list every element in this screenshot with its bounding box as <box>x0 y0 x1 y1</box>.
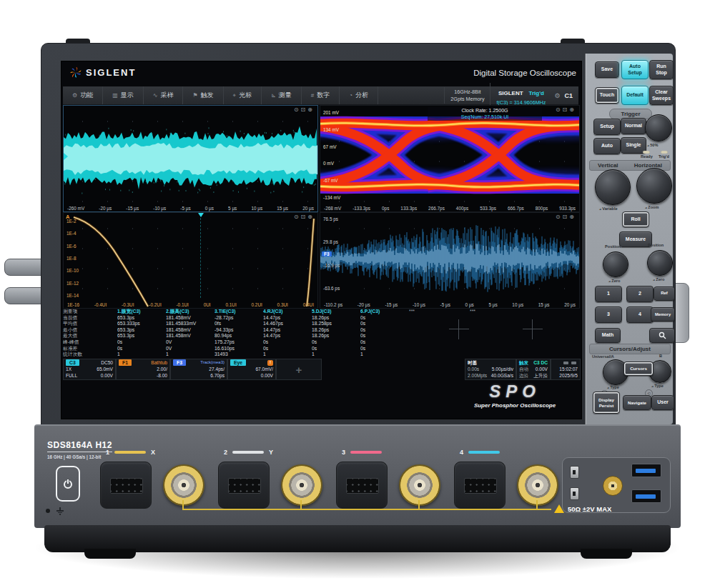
x-tick: 800ps <box>536 206 548 211</box>
channel-color-dash <box>232 451 264 454</box>
add-measurement-crosshair[interactable] <box>523 319 543 339</box>
table-column-header[interactable]: 4.RJ(C3) <box>263 309 312 315</box>
reference-marker-icon[interactable] <box>198 213 204 217</box>
x-tick: -0.2UI <box>149 302 161 307</box>
x-tick: 0.4UI <box>303 302 314 307</box>
timebase-box[interactable]: 时基 0.00s5.00µs/div 2.00Mpts40.0GSa/s <box>465 359 516 380</box>
table-column-header[interactable]: *** <box>409 309 470 315</box>
tb-points: 2.00Mpts <box>468 372 487 379</box>
plot-corner-icons[interactable]: ⊙⊡⊕ <box>294 214 315 220</box>
math-button[interactable]: Math <box>595 328 621 343</box>
table-cell: 1 <box>166 352 214 358</box>
plot-corner-icons[interactable]: ⊙⊡⊕ <box>556 214 576 220</box>
cursor-a-marker[interactable]: A <box>66 214 69 220</box>
y-tick: -67 mV <box>323 178 340 183</box>
trigger-normal-button[interactable]: Normal <box>621 118 646 134</box>
add-channel-box[interactable]: + <box>276 359 322 380</box>
channel-1-button[interactable]: 1 <box>595 286 622 302</box>
table-cell: 653.333ps <box>117 321 166 327</box>
table-column: 1.眼宽(C3)653.3ps653.333ps653.3ps653.3ps0s… <box>117 309 166 358</box>
menu-item-gear[interactable]: ⚙功能 <box>63 86 103 104</box>
menu-item-analysis[interactable]: ◔分析 <box>340 86 378 104</box>
table-column-header[interactable]: 2.眼高(C3) <box>166 309 214 315</box>
lan-status-icon <box>571 362 576 364</box>
y-tick: 0 mV <box>323 161 340 166</box>
channel-box-eye[interactable]: Eye! 67.0mV/ 0.00V <box>227 359 276 380</box>
cursors-button[interactable]: Cursors <box>623 362 654 376</box>
trigger-auto-button[interactable]: Auto <box>593 138 621 154</box>
roll-button[interactable]: Roll <box>622 211 649 227</box>
x-tick: -20 µs <box>358 302 370 307</box>
channel-3-button[interactable]: 3 <box>595 307 622 323</box>
c3-bw: FULL <box>66 372 77 379</box>
gear-icon[interactable]: ⚙ <box>551 92 563 99</box>
eye-diagram-heatmap <box>320 106 579 211</box>
table-column-header[interactable]: *** <box>470 309 531 315</box>
channel-3-probe-connector <box>336 462 388 509</box>
channel-box-f1[interactable]: F1Bathtub 2.00/ -8.00 <box>116 359 170 380</box>
brand-text: SIGLENT <box>86 67 136 78</box>
plot-corner-icons[interactable]: ⊙⊡⊕ <box>294 106 315 113</box>
menu-item-measure[interactable]: ⊾测量 <box>262 86 302 104</box>
ground-icon <box>56 507 64 514</box>
table-cell <box>409 346 470 352</box>
trigd-label: Trig'd <box>659 154 669 159</box>
channel-box-c3[interactable]: C3DC50 1X65.0mV FULL0.00V <box>63 359 116 380</box>
default-button[interactable]: Default <box>621 86 649 105</box>
table-cell <box>409 339 470 346</box>
display-persist-button[interactable]: Display Persist <box>593 392 620 414</box>
channel-box-f3[interactable]: F3Track(mea3) 27.4ps/ 6.70ps <box>170 359 227 380</box>
menu-item-display[interactable]: ▥显示 <box>103 86 144 104</box>
connector-pins <box>228 478 261 494</box>
channel-number: 2 <box>224 449 227 456</box>
table-cell: 0s <box>312 339 360 346</box>
touch-button[interactable]: Touch <box>595 87 619 104</box>
table-column: 2.眼高(C3)181.458mV181.45833mV181.458mV181… <box>166 309 214 358</box>
x-tick: -5 µs <box>180 206 190 211</box>
channel-4-button[interactable]: 4 <box>626 307 654 323</box>
ground-icons <box>46 507 64 514</box>
horizontal-position-knob[interactable] <box>647 250 673 276</box>
x-tick: 533.3ps <box>480 206 496 211</box>
table-column-header[interactable]: 6.PJ(C3) <box>360 309 409 315</box>
table-cell: 0s <box>360 346 409 352</box>
vertical-zero-label: ⟓ Zero <box>608 279 620 284</box>
add-measurement-crosshair[interactable] <box>449 319 469 339</box>
vertical-position-knob[interactable] <box>603 251 628 277</box>
memory-button[interactable]: Memory <box>651 307 675 322</box>
menu-item-acquire[interactable]: ∿采样 <box>144 86 184 104</box>
measure-icon: ⊾ <box>271 92 276 99</box>
power-button[interactable] <box>56 466 80 502</box>
f3-offset: 6.70ps <box>210 372 225 379</box>
vertical-scale-knob[interactable] <box>595 169 631 205</box>
menu-item-cursor[interactable]: ⌖光标 <box>224 86 262 104</box>
active-channel[interactable]: C1 <box>563 92 578 99</box>
navigate-button[interactable]: Navigate <box>623 395 651 410</box>
channel-2-button[interactable]: 2 <box>626 286 654 302</box>
user-button[interactable]: User <box>651 395 674 410</box>
search-button[interactable] <box>649 328 675 343</box>
ref-button[interactable]: Ref <box>654 286 675 301</box>
foot-left <box>84 549 136 559</box>
trigger-level-knob[interactable] <box>645 114 672 141</box>
table-column-header[interactable]: 3.TIE(C3) <box>214 309 263 315</box>
cursors-adjust-text: Cursors/Adjust <box>609 346 651 352</box>
save-button[interactable]: Save <box>595 61 619 78</box>
clear-sweeps-button[interactable]: Clear Sweeps <box>649 86 674 105</box>
cal-line <box>182 509 551 510</box>
plus-icon: + <box>296 364 302 376</box>
x-tick: -268 mV <box>324 206 341 211</box>
y-axis-ticks: 1E-21E-41E-61E-81E-101E-121E-14 <box>66 219 79 298</box>
zoom-label: ⟓ Zoom <box>645 205 659 210</box>
menu-item-trigger-flag[interactable]: ⚑触发 <box>183 86 223 104</box>
trigger-box[interactable]: 触发C3 DC 自动0.00V 边沿上升沿 <box>516 359 551 380</box>
table-column-header[interactable]: 5.DJ(C3) <box>312 309 360 315</box>
table-column-header[interactable]: 1.眼宽(C3) <box>117 309 166 315</box>
plot-corner-icons[interactable]: ⊙⊡⊕ <box>556 106 576 113</box>
run-stop-button[interactable]: Run Stop <box>649 60 674 79</box>
trigger-setup-button[interactable]: Setup <box>593 119 621 135</box>
f3-trace-badge[interactable]: F3 <box>322 251 332 256</box>
menu-item-digital[interactable]: #数字 <box>302 86 340 104</box>
auto-setup-button[interactable]: Auto Setup <box>621 60 649 79</box>
horizontal-scale-knob[interactable] <box>636 168 672 204</box>
